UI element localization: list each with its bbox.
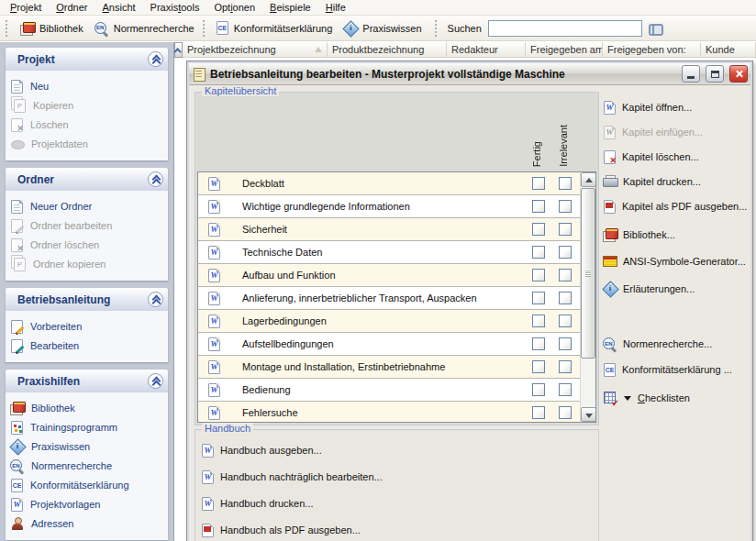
menu-item-beispiele[interactable]: Beispiele: [262, 1, 318, 15]
irrelevant-checkbox[interactable]: [559, 177, 572, 190]
chapter-row[interactable]: Montage und Installation, Erstinbetriebn…: [198, 356, 580, 379]
sidebar-item-neuer-ordner[interactable]: Neuer Ordner: [10, 199, 164, 214]
column-header-projektbezeichnung[interactable]: Projektbezeichnung: [183, 42, 328, 58]
fertig-checkbox[interactable]: [532, 246, 545, 259]
column-header-kunde[interactable]: Kunde: [701, 42, 756, 58]
chapter-row[interactable]: Technische Daten: [198, 241, 580, 264]
fertig-checkbox[interactable]: [532, 177, 545, 190]
search-toolbar-drag-handle[interactable]: [435, 20, 439, 37]
irrelevant-checkbox[interactable]: [559, 406, 572, 419]
book-icon: [603, 227, 617, 242]
search-input[interactable]: [488, 20, 642, 37]
fertig-checkbox[interactable]: [532, 269, 545, 282]
sidebar-item-bibliothek[interactable]: Bibliothek: [10, 401, 164, 415]
irrelevant-checkbox[interactable]: [559, 337, 572, 350]
sidebar-item-trainingsprogramm[interactable]: Trainingsprogramm: [10, 420, 164, 435]
fertig-checkbox[interactable]: [532, 360, 545, 373]
chapter-row[interactable]: Bedienung: [198, 379, 580, 402]
minimize-button[interactable]: [682, 65, 700, 83]
collapse-chevron-icon[interactable]: [148, 373, 163, 389]
toolbar-button-bibliothek[interactable]: Bibliothek: [15, 18, 89, 39]
column-header-redakteur[interactable]: Redakteur: [447, 42, 526, 58]
chapter-row[interactable]: Wichtige grundlegende Informationen: [198, 195, 580, 218]
binoculars-icon[interactable]: [649, 21, 663, 36]
menu-item-projekt[interactable]: Projekt: [3, 1, 49, 15]
close-button[interactable]: [729, 65, 748, 83]
action-button-checklisten[interactable]: Checklisten: [603, 391, 751, 405]
handbuch-button-handbuch-drucken[interactable]: Handbuch drucken...: [201, 496, 591, 511]
irrelevant-checkbox[interactable]: [559, 360, 572, 373]
action-button-kapitel-als-pdf-ausgeben[interactable]: Kapitel als PDF ausgeben...: [603, 199, 751, 214]
sidebar-item-praxiswissen[interactable]: Praxiswissen: [10, 439, 164, 454]
scrollbar-down-arrow[interactable]: [581, 407, 596, 422]
action-button-erläuterungen[interactable]: Erläuterungen...: [603, 282, 751, 296]
chapter-row[interactable]: Fehlersuche: [198, 402, 580, 423]
action-button-kapitel-löschen[interactable]: Kapitel löschen...: [603, 149, 751, 164]
collapse-chevron-icon[interactable]: [148, 51, 163, 67]
chapter-row[interactable]: Aufbau und Funktion: [198, 264, 580, 287]
chapter-row[interactable]: Sicherheit: [198, 218, 580, 241]
fertig-checkbox[interactable]: [532, 223, 545, 236]
panel-header-projekt[interactable]: Projekt: [6, 48, 168, 71]
menu-item-optionen[interactable]: Optionen: [206, 1, 262, 15]
sidebar-item-vorbereiten[interactable]: Vorbereiten: [10, 319, 164, 334]
scrollbar-up-arrow[interactable]: [581, 172, 596, 187]
chapter-row[interactable]: Aufstellbedingungen: [198, 333, 580, 356]
collapse-chevron-icon[interactable]: [148, 171, 163, 187]
maximize-button[interactable]: [706, 65, 724, 83]
irrelevant-checkbox[interactable]: [559, 292, 572, 304]
handbuch-button-handbuch-ausgeben[interactable]: Handbuch ausgeben...: [201, 443, 591, 458]
irrelevant-checkbox[interactable]: [559, 315, 572, 327]
scrollbar-thumb[interactable]: [581, 188, 595, 359]
panel-header-ordner[interactable]: Ordner: [6, 168, 168, 191]
sidebar-item-konformitätserklärung[interactable]: Konformitätserklärung: [10, 478, 164, 492]
toolbar-button-praxiswissen[interactable]: Praxiswissen: [338, 18, 427, 39]
menu-item-hilfe[interactable]: Hilfe: [318, 1, 353, 15]
action-button-kapitel-öffnen[interactable]: Kapitel öffnen...: [603, 100, 751, 115]
pdf-doc-icon: [202, 524, 214, 537]
irrelevant-checkbox[interactable]: [559, 269, 572, 282]
irrelevant-checkbox[interactable]: [559, 383, 572, 396]
dialog-title-bar[interactable]: Betriebsanleitung bearbeiten - Musterpro…: [189, 63, 750, 85]
fertig-checkbox[interactable]: [532, 406, 545, 419]
sidebar-item-adressen[interactable]: Adressen: [10, 516, 164, 531]
chapter-row[interactable]: Anlieferung, innerbetrieblicher Transpor…: [198, 287, 580, 310]
sidebar-item-normenrecherche[interactable]: Normenrecherche: [10, 458, 164, 473]
column-header-produktbezeichnung[interactable]: Produktbezeichnung: [328, 42, 447, 58]
column-header-freigegeben-am[interactable]: Freigegeben am: [526, 42, 603, 58]
fertig-checkbox[interactable]: [532, 292, 545, 304]
sidebar-item-neu[interactable]: Neu: [10, 79, 164, 94]
menu-item-praxistools[interactable]: Praxistools: [143, 1, 207, 15]
sidebar-item-bearbeiten[interactable]: Bearbeiten: [10, 338, 164, 353]
collapse-chevron-icon[interactable]: [148, 292, 163, 307]
delete-doc-icon: [11, 238, 23, 252]
chapter-row[interactable]: Deckblatt: [198, 172, 580, 195]
action-button-bibliothek[interactable]: Bibliothek...: [603, 227, 751, 242]
sidebar-item-projektvorlagen[interactable]: Projektvorlagen: [10, 497, 164, 512]
chapter-row[interactable]: Lagerbedingungen: [198, 310, 580, 333]
toolbar-drag-handle[interactable]: [6, 20, 10, 37]
irrelevant-checkbox[interactable]: [559, 246, 572, 259]
sidebar-item-label: Vorbereiten: [30, 321, 82, 332]
toolbar-button-normenrecherche[interactable]: Normenrecherche: [89, 18, 200, 39]
fertig-checkbox[interactable]: [532, 337, 545, 350]
fertig-checkbox[interactable]: [532, 383, 545, 396]
scroll-up-button[interactable]: [174, 42, 183, 58]
menu-item-ordner[interactable]: Ordner: [49, 1, 94, 15]
panel-header-betriebsanleitung[interactable]: Betriebsanleitung: [6, 288, 168, 311]
chapter-list-scrollbar[interactable]: [580, 172, 595, 422]
handbuch-button-handbuch-als-pdf-ausgeben[interactable]: Handbuch als PDF ausgeben...: [201, 523, 591, 537]
toolbar-button-konformitätserklärung[interactable]: Konformitätserklärung: [210, 18, 339, 38]
column-header-freigegeben-von-[interactable]: Freigegeben von:: [603, 42, 701, 58]
action-button-konformitätserklärung[interactable]: Konformitätserklärung ...: [603, 362, 751, 377]
irrelevant-checkbox[interactable]: [559, 200, 572, 213]
irrelevant-checkbox[interactable]: [559, 223, 572, 236]
action-button-ansi-symbole-generator[interactable]: ANSI-Symbole-Generator...: [603, 254, 751, 269]
fertig-checkbox[interactable]: [532, 315, 545, 327]
fertig-checkbox[interactable]: [532, 200, 545, 213]
menu-item-ansicht[interactable]: Ansicht: [95, 1, 143, 15]
panel-header-praxishilfen[interactable]: Praxishilfen: [6, 370, 168, 392]
action-button-kapitel-drucken[interactable]: Kapitel drucken...: [603, 174, 751, 189]
handbuch-button-handbuch-nachträglich-bearbeiten[interactable]: Handbuch nachträglich bearbeiten...: [201, 469, 591, 484]
action-button-normenrecherche[interactable]: Normenrecherche...: [603, 337, 751, 351]
